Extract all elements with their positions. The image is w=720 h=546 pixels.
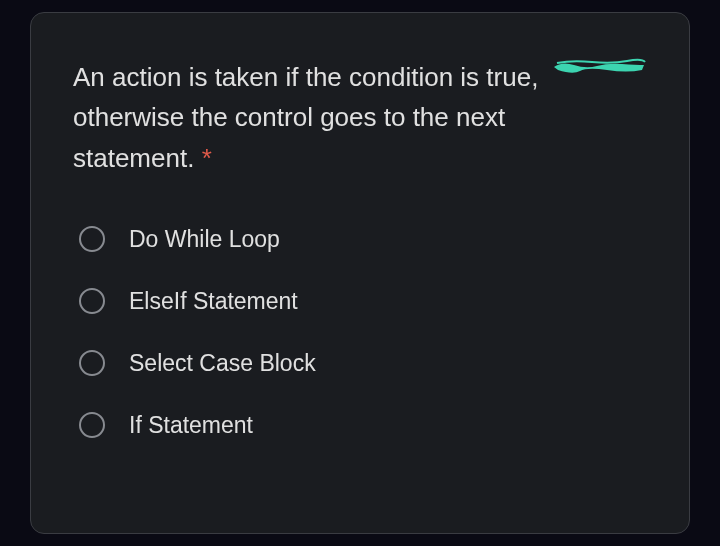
- option-label: If Statement: [129, 412, 253, 439]
- option-label: ElseIf Statement: [129, 288, 298, 315]
- radio-icon: [79, 412, 105, 438]
- question-text: An action is taken if the condition is t…: [73, 57, 603, 178]
- options-group: Do While Loop ElseIf Statement Select Ca…: [73, 226, 647, 439]
- required-asterisk: *: [202, 143, 212, 173]
- highlight-annotation: [552, 55, 647, 79]
- radio-icon: [79, 288, 105, 314]
- option-label: Do While Loop: [129, 226, 280, 253]
- option-do-while-loop[interactable]: Do While Loop: [79, 226, 647, 253]
- radio-icon: [79, 226, 105, 252]
- question-card: An action is taken if the condition is t…: [30, 12, 690, 534]
- question-body: An action is taken if the condition is t…: [73, 62, 538, 173]
- option-label: Select Case Block: [129, 350, 316, 377]
- option-select-case-block[interactable]: Select Case Block: [79, 350, 647, 377]
- option-if-statement[interactable]: If Statement: [79, 412, 647, 439]
- radio-icon: [79, 350, 105, 376]
- option-elseif-statement[interactable]: ElseIf Statement: [79, 288, 647, 315]
